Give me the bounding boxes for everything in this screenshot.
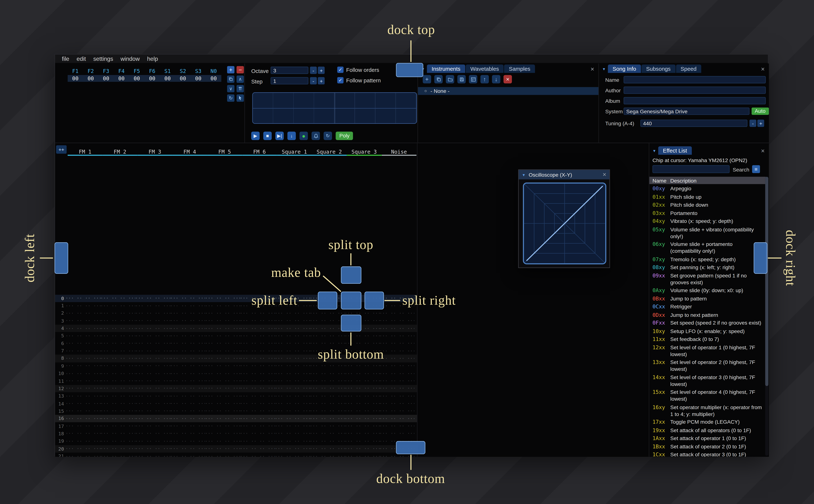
pattern-cell[interactable]: ··· ·· ·· ···: [275, 333, 310, 338]
pattern-cell[interactable]: ··· ·· ·· ···: [135, 311, 170, 316]
effect-entry[interactable]: 1BxxSet attack of operator 2 (0 to 1F): [653, 443, 763, 450]
pattern-cell[interactable]: ··· ·· ·· ···: [66, 319, 100, 323]
octave-increase-button[interactable]: +: [318, 67, 324, 74]
pattern-cell[interactable]: ··· ·· ·· ···: [205, 386, 240, 391]
effect-entry[interactable]: 15xxSet level of operator 4 (0 highest, …: [653, 389, 763, 402]
pattern-cell[interactable]: ··· ·· ·· ···: [100, 424, 135, 429]
pattern-cell[interactable]: ··· ·· ·· ···: [240, 311, 275, 316]
pattern-cell[interactable]: ··· ·· ·· ···: [205, 356, 240, 361]
channel-header-square-3[interactable]: Square 3: [347, 146, 381, 155]
dock-target-left[interactable]: [55, 242, 68, 274]
pattern-cell[interactable]: ··· ·· ·· ···: [310, 341, 344, 346]
effect-entry[interactable]: 06xyVolume slide + portamento (compatibi…: [653, 241, 763, 254]
pattern-cell[interactable]: ··· ·· ·· ···: [344, 386, 379, 391]
pattern-cell[interactable]: ··· ·· ·· ···: [66, 416, 100, 421]
pattern-cell[interactable]: ··· ·· ·· ···: [240, 356, 275, 361]
pattern-cell[interactable]: ··· ·· ·· ···: [275, 446, 310, 451]
pattern-cell[interactable]: ··· ·· ·· ···: [344, 401, 379, 406]
pattern-cell[interactable]: ··· ·· ·· ···: [379, 296, 415, 301]
pattern-cell[interactable]: ··· ·· ·· ···: [135, 379, 170, 384]
pattern-cell[interactable]: ··· ·· ·· ···: [205, 454, 240, 457]
pattern-cell[interactable]: ··· ·· ·· ···: [344, 424, 379, 429]
pattern-cell[interactable]: ··· ·· ·· ···: [240, 341, 275, 346]
pattern-cell[interactable]: ··· ·· ·· ···: [205, 311, 240, 316]
pattern-cell[interactable]: ··· ·· ·· ···: [100, 319, 135, 323]
pattern-cell[interactable]: ··· ·· ·· ···: [100, 326, 135, 331]
pattern-cell[interactable]: ··· ·· ·· ···: [170, 446, 205, 451]
pattern-cell[interactable]: ··· ·· ·· ···: [344, 364, 379, 368]
play-from-cursor-button[interactable]: ▶|: [275, 132, 284, 140]
pattern-cell[interactable]: ··· ·· ·· ···: [240, 424, 275, 429]
pattern-row[interactable]: 21··· ·· ·· ······ ·· ·· ······ ·· ·· ··…: [55, 453, 417, 457]
pattern-cell[interactable]: ··· ·· ·· ···: [66, 311, 100, 316]
pattern-cell[interactable]: ··· ·· ·· ···: [240, 349, 275, 353]
pattern-cell[interactable]: ··· ·· ·· ···: [66, 349, 100, 353]
pattern-cell[interactable]: ··· ·· ·· ···: [66, 326, 100, 331]
effect-entry[interactable]: 13xxSet level of operator 2 (0 highest, …: [653, 359, 763, 372]
effect-search-input[interactable]: [653, 165, 730, 173]
pattern-cell[interactable]: ··· ·· ·· ···: [135, 416, 170, 421]
effect-entry[interactable]: 19xxSet attack of all operators (0 to 1F…: [653, 427, 763, 433]
pattern-cell[interactable]: ··· ·· ·· ···: [240, 386, 275, 391]
effect-entry[interactable]: 12xxSet level of operator 1 (0 highest, …: [653, 344, 763, 357]
duplicate-instrument-button[interactable]: [434, 75, 443, 83]
song-album-input[interactable]: [624, 97, 766, 104]
piano-input-widget[interactable]: [252, 92, 417, 124]
pattern-cell[interactable]: ··· ·· ·· ···: [310, 454, 344, 457]
metronome-button[interactable]: [311, 132, 320, 140]
order-value-cell[interactable]: 00: [191, 75, 206, 82]
save-instrument-button[interactable]: [457, 75, 466, 83]
pattern-cell[interactable]: ··· ·· ·· ···: [135, 303, 170, 308]
pattern-cell[interactable]: ··· ·· ·· ···: [240, 446, 275, 451]
channel-header-fm-4[interactable]: FM 4: [172, 146, 207, 155]
pattern-cell[interactable]: ··· ·· ·· ···: [275, 296, 310, 301]
pattern-cell[interactable]: ··· ·· ·· ···: [379, 371, 415, 376]
collapse-arrow-icon[interactable]: ▼: [522, 173, 526, 176]
pattern-row[interactable]: 20··· ·· ·· ······ ·· ·· ······ ·· ·· ··…: [55, 445, 417, 453]
pattern-cell[interactable]: ··· ·· ·· ···: [379, 401, 415, 406]
pattern-cell[interactable]: ··· ·· ·· ···: [205, 409, 240, 414]
pattern-row[interactable]: 7··· ·· ·· ······ ·· ·· ······ ·· ·· ···…: [55, 347, 417, 355]
pattern-cell[interactable]: ··· ·· ·· ···: [240, 319, 275, 323]
pattern-cell[interactable]: ··· ·· ·· ···: [100, 409, 135, 414]
pattern-cell[interactable]: ··· ·· ·· ···: [170, 364, 205, 368]
effect-entry[interactable]: 03xxPortamento: [653, 209, 763, 216]
split-target-left[interactable]: [318, 292, 337, 309]
pattern-row[interactable]: 9··· ·· ·· ······ ·· ·· ······ ·· ·· ···…: [55, 362, 417, 370]
pattern-cell[interactable]: ··· ·· ·· ···: [66, 371, 100, 376]
pattern-cell[interactable]: ··· ·· ·· ···: [344, 431, 379, 436]
pattern-cell[interactable]: ··· ·· ·· ···: [170, 416, 205, 421]
step-one-row-button[interactable]: ↓: [287, 132, 296, 140]
pattern-cell[interactable]: ··· ·· ·· ···: [135, 326, 170, 331]
pattern-cell[interactable]: ··· ·· ·· ···: [275, 394, 310, 398]
pattern-cell[interactable]: ··· ·· ·· ···: [170, 349, 205, 353]
pattern-cell[interactable]: ··· ·· ·· ···: [170, 333, 205, 338]
pattern-cell[interactable]: ··· ·· ·· ···: [100, 454, 135, 457]
pattern-cell[interactable]: ··· ·· ·· ···: [205, 439, 240, 444]
pattern-cell[interactable]: ··· ·· ·· ···: [344, 446, 379, 451]
pattern-cell[interactable]: ··· ·· ·· ···: [170, 356, 205, 361]
pattern-row[interactable]: 16··· ·· ·· ······ ·· ·· ······ ·· ·· ··…: [55, 415, 417, 422]
pattern-cell[interactable]: ··· ·· ·· ···: [170, 401, 205, 406]
pattern-cell[interactable]: ··· ·· ·· ···: [344, 371, 379, 376]
effect-entry[interactable]: 00xyArpeggio: [653, 185, 763, 192]
pattern-cell[interactable]: ··· ·· ·· ···: [100, 311, 135, 316]
channel-header-square-2[interactable]: Square 2: [312, 146, 347, 155]
pattern-cell[interactable]: ··· ·· ·· ···: [310, 311, 344, 316]
pattern-cell[interactable]: ··· ·· ·· ···: [240, 431, 275, 436]
pattern-cell[interactable]: ··· ·· ·· ···: [205, 341, 240, 346]
pattern-cell[interactable]: ··· ·· ·· ···: [275, 424, 310, 429]
octave-decrease-button[interactable]: -: [310, 67, 317, 74]
stop-button[interactable]: ■: [263, 132, 272, 140]
tab-list-arrow-icon[interactable]: ▼: [653, 149, 656, 152]
menu-item-help[interactable]: help: [143, 54, 162, 63]
pattern-row[interactable]: 15··· ·· ·· ······ ·· ·· ······ ·· ·· ··…: [55, 407, 417, 415]
pattern-cell[interactable]: ··· ·· ·· ···: [66, 296, 100, 301]
pattern-cell[interactable]: ··· ·· ·· ···: [275, 303, 310, 308]
pattern-cell[interactable]: ··· ·· ·· ···: [379, 416, 415, 421]
dock-target-top[interactable]: [396, 63, 423, 77]
pattern-cell[interactable]: ··· ·· ·· ···: [310, 416, 344, 421]
pattern-cell[interactable]: ··· ·· ·· ···: [379, 326, 415, 331]
play-button[interactable]: ▶: [251, 132, 260, 140]
pattern-cell[interactable]: ··· ·· ·· ···: [205, 333, 240, 338]
